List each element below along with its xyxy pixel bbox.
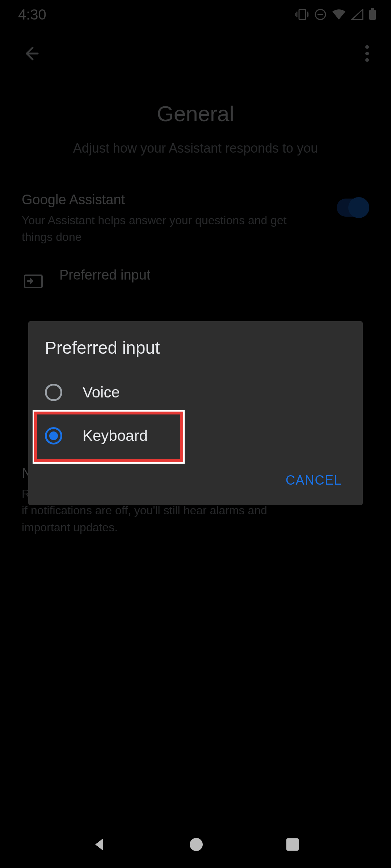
preferred-input-dialog: Preferred input Voice Keyboard CANCEL [28,321,363,505]
svg-rect-14 [286,838,299,851]
cancel-button[interactable]: CANCEL [281,466,346,494]
navigation-bar [0,821,391,868]
nav-back-icon[interactable] [91,836,108,853]
svg-point-13 [190,838,203,851]
radio-option-keyboard[interactable]: Keyboard [28,414,363,458]
dialog-title: Preferred input [28,338,363,371]
radio-option-voice[interactable]: Voice [28,371,363,414]
radio-icon [45,384,62,401]
nav-recent-icon[interactable] [285,837,300,852]
radio-icon [45,427,62,444]
nav-home-icon[interactable] [188,836,205,853]
radio-label: Keyboard [83,427,148,444]
radio-label: Voice [83,384,120,401]
